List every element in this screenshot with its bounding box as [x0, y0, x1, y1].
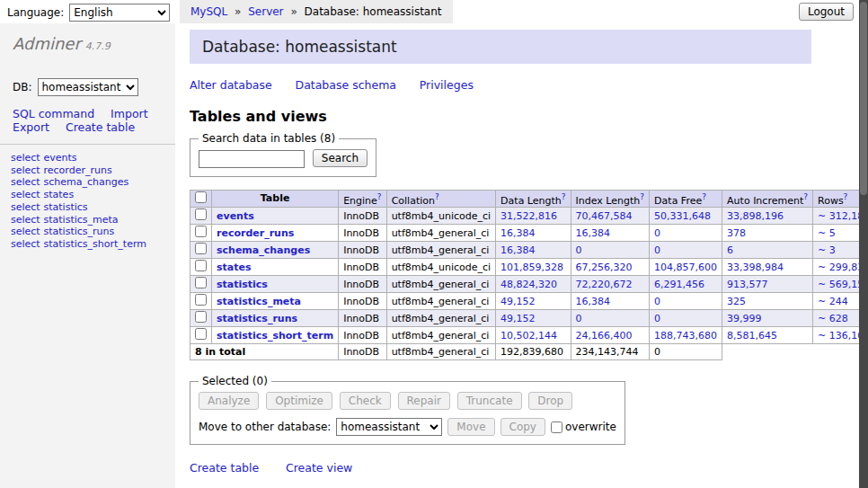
- rows-link[interactable]: ~ 312,180: [818, 210, 859, 222]
- select-link[interactable]: select: [11, 164, 40, 176]
- auto-increment-link[interactable]: 8,581,645: [727, 330, 777, 342]
- drop-button[interactable]: Drop: [528, 392, 572, 410]
- table-name-link[interactable]: schema_changes: [217, 244, 310, 256]
- optimize-button[interactable]: Optimize: [266, 392, 332, 410]
- alter-database-link[interactable]: Alter database: [190, 78, 272, 92]
- rows-link[interactable]: ~ 5: [818, 227, 836, 239]
- data-length-link[interactable]: 16,384: [500, 244, 536, 256]
- rows-link[interactable]: ~ 299,833: [818, 262, 859, 273]
- language-select[interactable]: English: [69, 4, 170, 22]
- select-link[interactable]: select: [11, 226, 40, 237]
- export-link[interactable]: Export: [13, 120, 49, 134]
- rows-link[interactable]: ~ 628: [818, 313, 848, 324]
- auto-increment-link[interactable]: 33,398,984: [727, 262, 784, 273]
- privileges-link[interactable]: Privileges: [420, 78, 474, 92]
- create-table-link[interactable]: Create table: [190, 461, 259, 475]
- doc-link[interactable]: ?: [803, 192, 808, 201]
- index-length-link[interactable]: 16,384: [576, 296, 611, 307]
- data-length-link[interactable]: 16,384: [500, 227, 536, 239]
- table-link-recorder-runs[interactable]: recorder_runs: [44, 164, 112, 176]
- data-free-link[interactable]: 188,743,680: [654, 330, 717, 342]
- table-link-schema-changes[interactable]: schema_changes: [44, 176, 129, 188]
- auto-increment-link[interactable]: 33,898,196: [727, 210, 784, 222]
- doc-link[interactable]: ?: [435, 192, 439, 201]
- auto-increment-link[interactable]: 913,577: [727, 279, 768, 290]
- rows-link[interactable]: ~ 136,108: [818, 330, 859, 342]
- index-length-link[interactable]: 72,220,672: [576, 279, 633, 290]
- data-free-link[interactable]: 0: [654, 244, 660, 256]
- truncate-button[interactable]: Truncate: [457, 392, 522, 410]
- table-name-link[interactable]: statistics_runs: [217, 313, 297, 324]
- table-link-statistics[interactable]: statistics: [44, 201, 88, 213]
- row-checkbox[interactable]: [195, 328, 207, 340]
- auto-increment-link[interactable]: 378: [727, 227, 746, 239]
- data-free-link[interactable]: 0: [654, 313, 660, 324]
- table-link-statistics-runs[interactable]: statistics_runs: [44, 226, 115, 237]
- data-length-link[interactable]: 31,522,816: [500, 210, 557, 222]
- data-free-link[interactable]: 0: [654, 227, 660, 239]
- doc-link[interactable]: ?: [562, 192, 566, 201]
- index-length-link[interactable]: 70,467,584: [576, 210, 633, 222]
- select-all-checkbox[interactable]: [195, 191, 207, 203]
- sql-command-link[interactable]: SQL command: [13, 107, 94, 120]
- table-name-link[interactable]: statistics_meta: [217, 296, 301, 307]
- table-link-states[interactable]: states: [44, 189, 75, 200]
- auto-increment-link[interactable]: 325: [727, 296, 746, 307]
- doc-link[interactable]: ?: [640, 192, 644, 201]
- scrollbar-thumb[interactable]: [860, 2, 867, 195]
- select-link[interactable]: select: [11, 189, 40, 200]
- select-link[interactable]: select: [11, 176, 40, 188]
- table-name-link[interactable]: statistics_short_term: [217, 330, 333, 342]
- select-link[interactable]: select: [11, 201, 40, 213]
- create-table-link-sidebar[interactable]: Create table: [66, 120, 135, 134]
- index-length-link[interactable]: 67,256,320: [576, 262, 633, 273]
- auto-increment-link[interactable]: 39,999: [727, 313, 762, 324]
- row-checkbox[interactable]: [195, 260, 207, 271]
- index-length-link[interactable]: 24,166,400: [576, 330, 633, 342]
- index-length-link[interactable]: 0: [576, 313, 582, 324]
- doc-link[interactable]: ?: [844, 192, 848, 201]
- table-link-statistics-short-term[interactable]: statistics_short_term: [44, 238, 146, 250]
- breadcrumb-server-link[interactable]: Server: [248, 5, 283, 18]
- repair-button[interactable]: Repair: [398, 392, 450, 410]
- data-free-link[interactable]: 0: [654, 296, 660, 307]
- select-link[interactable]: select: [11, 152, 40, 164]
- check-button[interactable]: Check: [340, 392, 391, 410]
- database-schema-link[interactable]: Database schema: [296, 78, 396, 92]
- row-checkbox[interactable]: [195, 311, 207, 323]
- rows-link[interactable]: ~ 3: [818, 244, 836, 256]
- import-link[interactable]: Import: [111, 107, 148, 120]
- select-link[interactable]: select: [11, 238, 40, 250]
- table-name-link[interactable]: recorder_runs: [217, 227, 294, 239]
- row-checkbox[interactable]: [195, 209, 207, 220]
- breadcrumb-mysql-link[interactable]: MySQL: [190, 5, 227, 18]
- data-free-link[interactable]: 6,291,456: [654, 279, 704, 290]
- rows-link[interactable]: ~ 569,159: [818, 279, 859, 290]
- doc-link[interactable]: ?: [702, 192, 706, 201]
- rows-link[interactable]: ~ 244: [818, 296, 848, 307]
- row-checkbox[interactable]: [195, 243, 207, 254]
- data-free-link[interactable]: 104,857,600: [654, 262, 717, 273]
- row-checkbox[interactable]: [195, 294, 207, 306]
- move-db-select[interactable]: homeassistant: [336, 418, 442, 436]
- select-link[interactable]: select: [11, 214, 40, 226]
- data-length-link[interactable]: 48,824,320: [500, 279, 557, 290]
- auto-increment-link[interactable]: 6: [727, 244, 733, 256]
- data-length-link[interactable]: 101,859,328: [500, 262, 563, 273]
- scrollbar-track[interactable]: [859, 0, 868, 488]
- data-length-link[interactable]: 10,502,144: [500, 330, 557, 342]
- copy-button[interactable]: Copy: [500, 418, 545, 436]
- table-name-link[interactable]: states: [217, 262, 252, 273]
- search-button[interactable]: Search: [313, 149, 368, 167]
- index-length-link[interactable]: 16,384: [576, 227, 611, 239]
- move-button[interactable]: Move: [447, 418, 494, 436]
- overwrite-checkbox[interactable]: [551, 421, 562, 433]
- table-name-link[interactable]: statistics: [217, 279, 268, 290]
- table-link-statistics-meta[interactable]: statistics_meta: [44, 214, 119, 226]
- row-checkbox[interactable]: [195, 226, 207, 237]
- index-length-link[interactable]: 0: [576, 244, 582, 256]
- row-checkbox[interactable]: [195, 277, 207, 288]
- create-view-link[interactable]: Create view: [286, 461, 352, 475]
- data-length-link[interactable]: 49,152: [500, 296, 536, 307]
- doc-link[interactable]: ?: [377, 192, 382, 201]
